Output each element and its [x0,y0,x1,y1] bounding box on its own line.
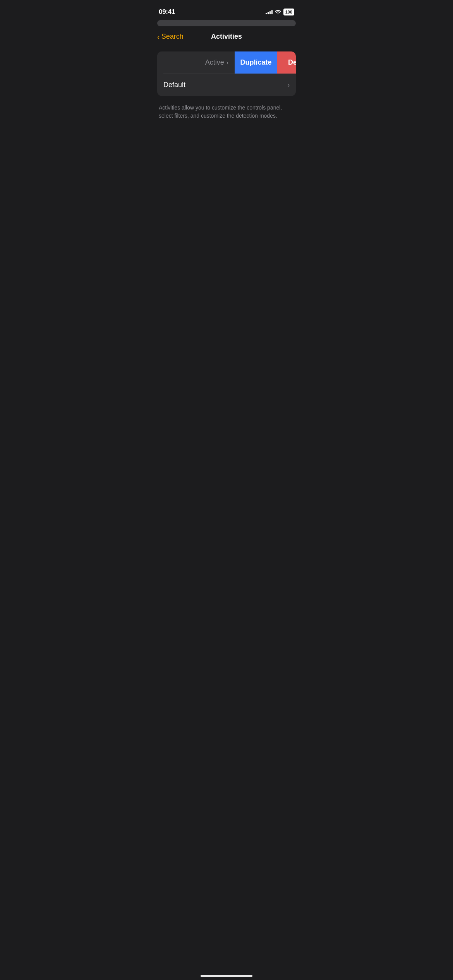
signal-bar-2 [268,12,269,14]
search-bar-hint [157,20,296,26]
description-text: Activities allow you to customize the co… [157,101,296,120]
page-title: Activities [211,33,242,41]
delete-label: Delete [288,58,296,67]
signal-bar-1 [266,13,267,14]
default-label: Default [163,81,185,89]
back-chevron-icon: ‹ [157,33,160,41]
duplicate-button[interactable]: Duplicate [235,51,277,74]
active-row[interactable]: Active › Duplicate Delete [157,51,296,74]
signal-bar-4 [271,10,273,14]
default-chevron-icon: › [288,82,290,89]
active-label: Active [205,58,224,67]
activities-list: Active › Duplicate Delete Default › [157,51,296,96]
battery-icon: 100 [283,9,294,15]
signal-bar-3 [269,11,271,14]
active-cell[interactable]: Active › [157,51,235,74]
active-chevron-icon: › [226,59,228,66]
delete-button[interactable]: Delete [277,51,296,74]
nav-bar: ‹ Search Activities [151,28,302,44]
default-row[interactable]: Default › [157,74,296,96]
status-bar: 09:41 100 [151,0,302,19]
status-time: 09:41 [159,8,175,16]
content-area: Active › Duplicate Delete Default › Acti… [151,44,302,120]
back-button[interactable]: ‹ Search [157,33,184,41]
signal-icon [266,10,273,14]
status-icons: 100 [266,9,294,15]
duplicate-label: Duplicate [240,58,271,67]
back-label: Search [161,33,184,41]
wifi-icon [275,10,281,14]
